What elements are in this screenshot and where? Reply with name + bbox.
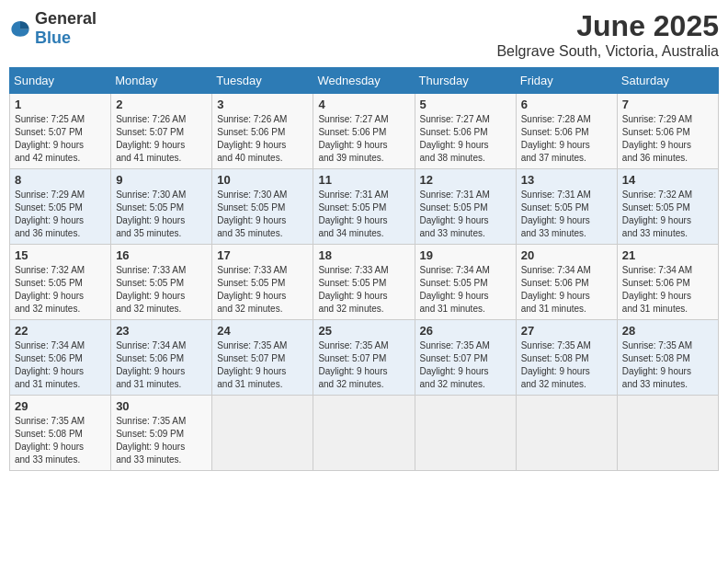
calendar-day-18: 18Sunrise: 7:33 AMSunset: 5:05 PMDayligh… bbox=[313, 245, 415, 320]
header: General Blue June 2025 Belgrave South, V… bbox=[9, 9, 719, 60]
calendar-day-17: 17Sunrise: 7:33 AMSunset: 5:05 PMDayligh… bbox=[212, 245, 313, 320]
calendar-empty-cell bbox=[313, 396, 415, 471]
subtitle: Belgrave South, Victoria, Australia bbox=[496, 43, 719, 60]
calendar-day-27: 27Sunrise: 7:35 AMSunset: 5:08 PMDayligh… bbox=[516, 320, 617, 396]
calendar-day-28: 28Sunrise: 7:35 AMSunset: 5:08 PMDayligh… bbox=[617, 320, 718, 396]
calendar-empty-cell bbox=[617, 396, 718, 471]
calendar-day-9: 9Sunrise: 7:30 AMSunset: 5:05 PMDaylight… bbox=[111, 169, 212, 245]
main-title: June 2025 bbox=[496, 9, 719, 43]
calendar-day-21: 21Sunrise: 7:34 AMSunset: 5:06 PMDayligh… bbox=[617, 245, 718, 320]
calendar-header-row: Sunday Monday Tuesday Wednesday Thursday… bbox=[10, 68, 719, 94]
logo-icon bbox=[9, 17, 31, 40]
calendar-day-30: 30Sunrise: 7:35 AMSunset: 5:09 PMDayligh… bbox=[111, 396, 212, 471]
calendar-day-22: 22Sunrise: 7:34 AMSunset: 5:06 PMDayligh… bbox=[10, 320, 111, 396]
calendar-day-2: 2Sunrise: 7:26 AMSunset: 5:07 PMDaylight… bbox=[111, 94, 212, 169]
calendar-day-14: 14Sunrise: 7:32 AMSunset: 5:05 PMDayligh… bbox=[617, 169, 718, 245]
logo: General Blue bbox=[9, 9, 97, 48]
calendar-empty-cell bbox=[516, 396, 617, 471]
logo-general: General bbox=[35, 9, 97, 28]
calendar-day-1: 1Sunrise: 7:25 AMSunset: 5:07 PMDaylight… bbox=[10, 94, 111, 169]
calendar-empty-cell bbox=[415, 396, 516, 471]
calendar-day-20: 20Sunrise: 7:34 AMSunset: 5:06 PMDayligh… bbox=[516, 245, 617, 320]
header-tuesday: Tuesday bbox=[212, 68, 313, 94]
header-saturday: Saturday bbox=[617, 68, 718, 94]
header-wednesday: Wednesday bbox=[313, 68, 415, 94]
calendar-empty-cell bbox=[212, 396, 313, 471]
calendar-day-23: 23Sunrise: 7:34 AMSunset: 5:06 PMDayligh… bbox=[111, 320, 212, 396]
logo-blue: Blue bbox=[35, 29, 71, 47]
header-friday: Friday bbox=[516, 68, 617, 94]
calendar-day-24: 24Sunrise: 7:35 AMSunset: 5:07 PMDayligh… bbox=[212, 320, 313, 396]
calendar-day-29: 29Sunrise: 7:35 AMSunset: 5:08 PMDayligh… bbox=[10, 396, 111, 471]
calendar-day-7: 7Sunrise: 7:29 AMSunset: 5:06 PMDaylight… bbox=[617, 94, 718, 169]
calendar-day-3: 3Sunrise: 7:26 AMSunset: 5:06 PMDaylight… bbox=[212, 94, 313, 169]
calendar-day-13: 13Sunrise: 7:31 AMSunset: 5:05 PMDayligh… bbox=[516, 169, 617, 245]
calendar-day-10: 10Sunrise: 7:30 AMSunset: 5:05 PMDayligh… bbox=[212, 169, 313, 245]
calendar-day-4: 4Sunrise: 7:27 AMSunset: 5:06 PMDaylight… bbox=[313, 94, 415, 169]
calendar-table: Sunday Monday Tuesday Wednesday Thursday… bbox=[9, 67, 719, 471]
calendar-day-26: 26Sunrise: 7:35 AMSunset: 5:07 PMDayligh… bbox=[415, 320, 516, 396]
logo-text: General Blue bbox=[35, 9, 97, 48]
calendar-day-8: 8Sunrise: 7:29 AMSunset: 5:05 PMDaylight… bbox=[10, 169, 111, 245]
calendar-day-25: 25Sunrise: 7:35 AMSunset: 5:07 PMDayligh… bbox=[313, 320, 415, 396]
calendar-day-12: 12Sunrise: 7:31 AMSunset: 5:05 PMDayligh… bbox=[415, 169, 516, 245]
calendar-day-11: 11Sunrise: 7:31 AMSunset: 5:05 PMDayligh… bbox=[313, 169, 415, 245]
calendar-day-6: 6Sunrise: 7:28 AMSunset: 5:06 PMDaylight… bbox=[516, 94, 617, 169]
calendar-day-15: 15Sunrise: 7:32 AMSunset: 5:05 PMDayligh… bbox=[10, 245, 111, 320]
header-monday: Monday bbox=[111, 68, 212, 94]
header-sunday: Sunday bbox=[10, 68, 111, 94]
calendar-day-19: 19Sunrise: 7:34 AMSunset: 5:05 PMDayligh… bbox=[415, 245, 516, 320]
calendar-day-16: 16Sunrise: 7:33 AMSunset: 5:05 PMDayligh… bbox=[111, 245, 212, 320]
calendar-day-5: 5Sunrise: 7:27 AMSunset: 5:06 PMDaylight… bbox=[415, 94, 516, 169]
title-section: June 2025 Belgrave South, Victoria, Aust… bbox=[496, 9, 719, 60]
header-thursday: Thursday bbox=[415, 68, 516, 94]
